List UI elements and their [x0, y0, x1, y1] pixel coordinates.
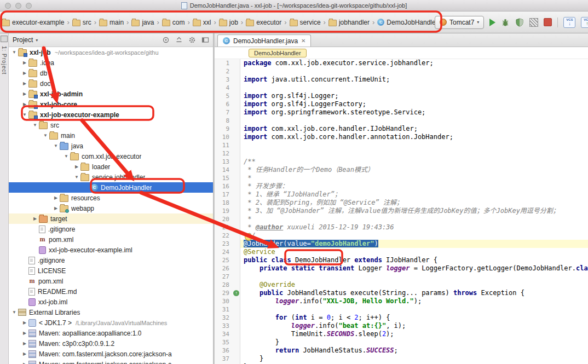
line-number[interactable]: 2: [215, 67, 232, 76]
line-number[interactable]: 26: [215, 264, 232, 273]
run-button[interactable]: [489, 19, 495, 26]
line-number[interactable]: 10: [215, 133, 232, 141]
breadcrumb-item[interactable]: executor-example: [1, 18, 65, 27]
zoom-window-button[interactable]: [26, 3, 32, 9]
tree-item[interactable]: ▼java: [9, 141, 213, 151]
line-number[interactable]: 6: [215, 100, 232, 108]
tree-item[interactable]: ▼External Libraries: [9, 307, 213, 317]
line-number[interactable]: 36: [215, 346, 232, 355]
tree-expand-arrow[interactable]: ▼: [53, 143, 59, 148]
tree-expand-arrow[interactable]: ▶: [73, 164, 80, 169]
tree-expand-arrow[interactable]: ▶: [21, 102, 28, 107]
tree-item[interactable]: .gitignore: [9, 224, 213, 234]
build-artifact-button[interactable]: [529, 18, 538, 27]
line-number[interactable]: 17: [215, 190, 232, 199]
tree-expand-arrow[interactable]: ▶: [53, 195, 59, 200]
override-marker-icon[interactable]: ↑: [233, 290, 239, 296]
tree-item[interactable]: ▼xxl-job-executor-example: [9, 109, 213, 120]
breadcrumb-item[interactable]: java: [131, 18, 154, 27]
tree-item[interactable]: xxl-job.iml: [9, 297, 213, 307]
tree-item[interactable]: ▶resources: [9, 193, 213, 203]
tree-item[interactable]: ▶Maven: com.fasterxml.jackson.core:jacks…: [9, 359, 213, 364]
editor-breadcrumb-tag[interactable]: DemoJobHandler: [249, 49, 307, 57]
tree-expand-arrow[interactable]: ▼: [73, 175, 80, 180]
tree-item[interactable]: ▼xxl-job~/workspaces/idea-git-workspace/…: [9, 47, 213, 57]
tree-expand-arrow[interactable]: ▼: [21, 112, 28, 117]
tree-expand-arrow[interactable]: ▶: [21, 91, 28, 96]
tree-item[interactable]: ▶xxl-job-core: [9, 99, 213, 109]
line-number[interactable]: 33: [215, 322, 232, 330]
stop-button[interactable]: [544, 18, 552, 26]
breadcrumb-item[interactable]: executor: [245, 18, 282, 27]
hide-panel-icon[interactable]: [201, 36, 209, 44]
tree-item[interactable]: .gitignore: [9, 255, 213, 265]
tree-item[interactable]: xxl-job-executor-example.iml: [9, 245, 213, 255]
tree-item[interactable]: ▶doc: [9, 78, 213, 89]
vcs-commit-button[interactable]: VCS ↑: [581, 17, 588, 28]
close-tab-icon[interactable]: ✕: [301, 38, 305, 44]
breadcrumb-item[interactable]: jobhandler: [328, 18, 370, 27]
tree-expand-arrow[interactable]: ▼: [42, 133, 49, 138]
line-number[interactable]: 3: [215, 76, 232, 84]
close-window-button[interactable]: [5, 3, 11, 9]
line-number[interactable]: 9: [215, 125, 232, 133]
tree-expand-arrow[interactable]: ▼: [11, 50, 18, 55]
tree-expand-arrow[interactable]: ▼: [63, 154, 70, 159]
project-tool-window-button[interactable]: 1: Project: [1, 46, 7, 74]
line-number[interactable]: 29: [215, 289, 232, 297]
collapse-all-icon[interactable]: [175, 36, 183, 44]
tree-item[interactable]: ▼com.xxl.job.executor: [9, 151, 213, 161]
minimize-window-button[interactable]: [15, 3, 21, 9]
line-number[interactable]: 16: [215, 182, 232, 190]
locate-file-icon[interactable]: [162, 36, 170, 44]
tree-item[interactable]: ▶db: [9, 68, 213, 78]
tree-item[interactable]: ▶loader: [9, 161, 213, 172]
line-number[interactable]: 21: [215, 223, 232, 232]
breadcrumb-item[interactable]: xxl: [192, 18, 212, 27]
tree-expand-arrow[interactable]: ▶: [21, 362, 28, 364]
breadcrumb-item[interactable]: com: [162, 18, 186, 27]
tree-item[interactable]: ▶.idea: [9, 57, 213, 68]
tree-item[interactable]: ▶webapp: [9, 203, 213, 213]
tree-item[interactable]: LICENSE: [9, 265, 213, 276]
settings-gear-icon[interactable]: [188, 36, 196, 44]
line-number[interactable]: 37: [215, 355, 232, 363]
tree-item[interactable]: ▶target: [9, 213, 213, 224]
line-number[interactable]: 34: [215, 330, 232, 338]
tree-expand-arrow[interactable]: ▶: [53, 206, 59, 211]
tree-expand-arrow[interactable]: ▶: [32, 216, 38, 221]
tree-item[interactable]: mpom.xml: [9, 234, 213, 245]
intention-bulb-icon[interactable]: [245, 233, 252, 241]
tree-item[interactable]: ▼service.jobhandler: [9, 172, 213, 182]
line-number[interactable]: 15: [215, 174, 232, 182]
editor-tab[interactable]: C DemoJobHandler.java ✕: [217, 34, 311, 47]
line-number[interactable]: 13: [215, 158, 232, 166]
line-number[interactable]: 18: [215, 199, 232, 207]
tree-expand-arrow[interactable]: ▶: [21, 60, 28, 65]
vcs-update-button[interactable]: VCS ↓: [563, 17, 575, 28]
line-number[interactable]: 1: [215, 59, 232, 67]
tree-item[interactable]: ▼main: [9, 130, 213, 141]
line-number[interactable]: 25: [215, 256, 232, 264]
tree-expand-arrow[interactable]: ▶: [21, 320, 28, 325]
tree-item[interactable]: ▶Maven: com.fasterxml.jackson.core:jacks…: [9, 349, 213, 359]
line-number[interactable]: 14: [215, 166, 232, 174]
tree-item[interactable]: ▶xxl-job-admin: [9, 89, 213, 99]
run-configuration-select[interactable]: Tomcat7 ▾: [435, 16, 484, 29]
line-number[interactable]: 12: [215, 149, 232, 158]
tree-item[interactable]: ▶< JDK1.7 >/Library/Java/JavaVirtualMach…: [9, 317, 213, 328]
coverage-button[interactable]: [515, 18, 524, 27]
tree-item[interactable]: ▼src: [9, 120, 213, 130]
line-number[interactable]: 20: [215, 215, 232, 223]
breadcrumb-item[interactable]: main: [99, 18, 124, 27]
tree-expand-arrow[interactable]: ▶: [21, 71, 28, 76]
line-number[interactable]: 22: [215, 232, 232, 240]
tree-expand-arrow[interactable]: ▶: [21, 351, 28, 356]
line-number[interactable]: 8: [215, 117, 232, 125]
tree-expand-arrow[interactable]: ▶: [21, 81, 28, 86]
line-number[interactable]: 24: [215, 248, 232, 256]
line-number[interactable]: 28: [215, 281, 232, 289]
tree-item[interactable]: mpom.xml: [9, 276, 213, 286]
tree-item[interactable]: README.md: [9, 286, 213, 297]
line-number[interactable]: 23: [215, 240, 232, 248]
